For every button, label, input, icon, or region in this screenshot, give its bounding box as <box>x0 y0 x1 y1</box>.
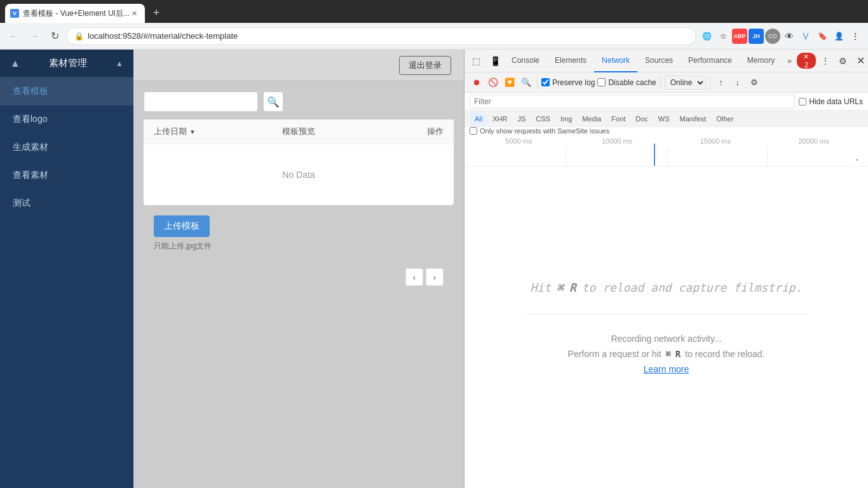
address-bar[interactable]: 🔒 localhost:9528/#/material/check-templa… <box>66 27 696 45</box>
reload-button[interactable]: ↻ <box>46 27 64 45</box>
type-doc-btn[interactable]: Doc <box>630 111 653 127</box>
sidebar-item-check-template[interactable]: 查看模板 <box>0 78 133 105</box>
ext2-icon[interactable]: JH <box>749 29 764 44</box>
profile-icon[interactable]: 👤 <box>831 29 846 44</box>
settings-network-btn[interactable]: ⚙ <box>747 76 761 90</box>
search-input[interactable] <box>144 92 258 112</box>
sidebar-item-check-material[interactable]: 查看素材 <box>0 161 133 189</box>
search-icon: 🔍 <box>267 96 280 108</box>
toolbar-sep3 <box>710 77 710 88</box>
hide-data-urls-checkbox[interactable] <box>799 98 806 105</box>
device-mode-btn[interactable]: 📱 <box>486 52 504 70</box>
record-btn[interactable]: ⏺ <box>470 76 484 90</box>
ext5-icon[interactable]: V <box>798 29 813 44</box>
timeline-mark-2 <box>667 146 667 166</box>
network-filter-bar: Hide data URLs <box>465 93 868 111</box>
preserve-log-label[interactable]: Preserve log <box>541 78 595 87</box>
sidebar-item-generate-material[interactable]: 生成素材 <box>0 133 133 161</box>
browser-content: ▲ 素材管理 ▲ 查看模板 查看logo 生成素材 查看素材 测试 退出登录 <box>0 50 868 488</box>
samesite-label: Only show requests with SameSite issues <box>480 127 609 135</box>
filter-btn[interactable]: 🔽 <box>503 76 517 90</box>
extension-icons: 🌐 ☆ ABP JH CO 👁 V 🔖 👤 ⋮ <box>699 29 863 44</box>
export-btn[interactable]: ↓ <box>731 76 745 90</box>
tab-sources[interactable]: Sources <box>637 50 681 72</box>
logout-button[interactable]: 退出登录 <box>399 56 451 75</box>
type-xhr-btn[interactable]: XHR <box>487 111 512 127</box>
cmd-symbol: ⌘ <box>557 281 564 294</box>
search-network-btn[interactable]: 🔍 <box>519 76 533 90</box>
tab-network[interactable]: Network <box>594 50 637 72</box>
lock-icon: 🔒 <box>74 32 84 41</box>
ext4-icon[interactable]: 👁 <box>782 29 797 44</box>
ext3-icon[interactable]: CO <box>765 29 780 44</box>
abp-ext-icon[interactable]: ABP <box>732 29 747 44</box>
error-count-badge: ✕ 2 <box>797 53 816 69</box>
network-type-bar: All XHR JS CSS Img Media Font Doc WS Man… <box>465 111 868 127</box>
hide-data-urls-label[interactable]: Hide data URLs <box>799 97 863 106</box>
sidebar-header[interactable]: ▲ 素材管理 ▲ <box>0 50 133 78</box>
translate-ext-icon[interactable]: 🌐 <box>699 29 714 44</box>
type-media-btn[interactable]: Media <box>577 111 606 127</box>
type-other-btn[interactable]: Other <box>711 111 739 127</box>
devtools-right-actions: ✕ 2 ⋮ ⚙ ✕ <box>797 52 868 70</box>
search-button[interactable]: 🔍 <box>263 92 283 112</box>
type-ws-btn[interactable]: WS <box>653 111 675 127</box>
tab-close-btn[interactable]: ✕ <box>130 8 140 18</box>
learn-more-link[interactable]: Learn more <box>644 364 689 374</box>
network-throttle-select[interactable]: Online <box>665 76 706 90</box>
disable-cache-checkbox[interactable] <box>597 78 606 86</box>
network-empty-state: Hit ⌘ R to reload and capture filmstrip.… <box>465 166 868 488</box>
browser-tab-active[interactable]: V 查看模板 - Vue+Element UI后... ✕ <box>5 4 145 23</box>
network-timeline: 5000 ms 10000 ms 15000 ms 20000 ms <box>465 135 868 166</box>
import-btn[interactable]: ↑ <box>714 76 728 90</box>
type-css-btn[interactable]: CSS <box>531 111 555 127</box>
pagination-next[interactable]: › <box>426 268 444 286</box>
devtools-close-btn[interactable]: ✕ <box>852 52 868 70</box>
forward-button[interactable]: → <box>25 27 43 45</box>
preserve-log-checkbox[interactable] <box>541 78 550 86</box>
tab-performance[interactable]: Performance <box>681 50 740 72</box>
type-img-btn[interactable]: Img <box>555 111 577 127</box>
sidebar: ▲ 素材管理 ▲ 查看模板 查看logo 生成素材 查看素材 测试 <box>0 50 133 488</box>
main-header: 退出登录 <box>133 50 464 81</box>
devtools-settings-btn[interactable]: ⚙ <box>835 52 851 70</box>
pagination-prev[interactable]: ‹ <box>405 268 423 286</box>
bookmark-icon[interactable]: 🔖 <box>815 29 830 44</box>
tab-elements[interactable]: Elements <box>547 50 594 72</box>
back-button[interactable]: ← <box>5 27 23 45</box>
timeline-label-20000: 20000 ms <box>764 137 863 145</box>
new-tab-button[interactable]: + <box>147 4 165 22</box>
tab-memory[interactable]: Memory <box>740 50 782 72</box>
type-js-btn[interactable]: JS <box>512 111 531 127</box>
samesite-checkbox[interactable] <box>470 127 477 135</box>
tab-more-btn[interactable]: » <box>782 50 797 72</box>
network-filter-input[interactable] <box>470 95 795 109</box>
clear-btn[interactable]: 🚫 <box>486 76 500 90</box>
sidebar-item-check-logo[interactable]: 查看logo <box>0 105 133 133</box>
tab-title: 查看模板 - Vue+Element UI后... <box>23 8 130 19</box>
divider <box>526 314 808 315</box>
data-table: 上传日期 ▼ 模板预览 操作 No Data <box>144 119 454 205</box>
upload-section: 上传模板 只能上传.jpg文件 <box>144 205 454 262</box>
disable-cache-label[interactable]: Disable cache <box>597 78 656 87</box>
type-all-btn[interactable]: All <box>470 111 487 127</box>
col-action: 操作 <box>347 126 444 137</box>
inspect-element-btn[interactable]: ⬚ <box>467 52 485 70</box>
devtools-tabs: Console Elements Network Sources Perform… <box>504 50 797 72</box>
col-date[interactable]: 上传日期 ▼ <box>154 126 250 137</box>
sidebar-item-test[interactable]: 测试 <box>0 189 133 217</box>
star-icon[interactable]: ☆ <box>715 29 731 44</box>
tab-console[interactable]: Console <box>504 50 547 72</box>
upload-button[interactable]: 上传模板 <box>154 215 210 237</box>
type-manifest-btn[interactable]: Manifest <box>675 111 712 127</box>
sidebar-collapse-icon[interactable]: ▲ <box>116 59 123 68</box>
toolbar-sep1 <box>537 77 538 88</box>
tab-bar: V 查看模板 - Vue+Element UI后... ✕ + <box>0 0 868 23</box>
type-font-btn[interactable]: Font <box>606 111 630 127</box>
devtools-panel: ⬚ 📱 Console Elements Network Sources Per… <box>464 50 868 488</box>
browser-frame: V 查看模板 - Vue+Element UI后... ✕ + ← → ↻ 🔒 … <box>0 0 868 488</box>
network-toolbar: ⏺ 🚫 🔽 🔍 Preserve log Disable cache Onlin… <box>465 72 868 93</box>
menu-icon[interactable]: ⋮ <box>848 29 863 44</box>
timeline-dot <box>856 159 858 161</box>
devtools-more-btn[interactable]: ⋮ <box>817 52 834 70</box>
